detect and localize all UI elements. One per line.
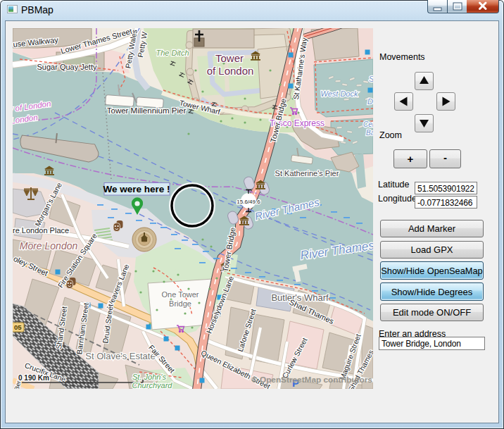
svg-text:© OpenStreetMap contributors: © OpenStreetMap contributors	[251, 375, 372, 385]
svg-text:More London: More London	[20, 240, 78, 251]
svg-text:re London Place: re London Place	[13, 226, 69, 235]
svg-text:St Katherine's Pier: St Katherine's Pier	[275, 169, 339, 178]
svg-text:15.6/49.6: 15.6/49.6	[237, 199, 260, 205]
svg-text:We were here !: We were here !	[103, 184, 170, 194]
svg-text:The Ditch: The Ditch	[156, 49, 189, 57]
svg-text:0 190 Km: 0 190 Km	[18, 374, 49, 382]
svg-text:St Ka: St Ka	[369, 75, 373, 83]
svg-text:Ba: Ba	[366, 129, 373, 137]
svg-text:Tower Millennium Pier: Tower Millennium Pier	[107, 106, 187, 115]
svg-text:St. John's: St. John's	[132, 373, 166, 381]
svg-text:One Tower: One Tower	[162, 290, 199, 299]
svg-text:Sugar Quay Jetty: Sugar Quay Jetty	[37, 63, 97, 71]
svg-text:Do: Do	[367, 97, 373, 106]
svg-text:Bridge: Bridge	[169, 299, 191, 308]
svg-text:Cent: Cent	[363, 120, 373, 128]
svg-text:St Olave's Estate: St Olave's Estate	[85, 351, 155, 361]
svg-text:of London: of London	[207, 65, 254, 77]
svg-text:05: 05	[14, 323, 22, 331]
svg-text:Tower: Tower	[215, 52, 244, 64]
svg-text:West Dock: West Dock	[321, 89, 358, 98]
svg-text:Churchyard: Churchyard	[132, 381, 173, 389]
